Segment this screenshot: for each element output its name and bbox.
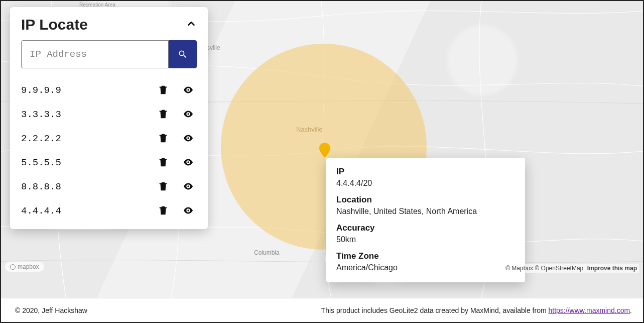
delete-ip-button[interactable] — [158, 109, 169, 121]
improve-map-link[interactable]: Improve this map — [587, 265, 637, 272]
panel-title: IP Locate — [21, 16, 88, 33]
map-label-partial-city: sville — [207, 44, 220, 51]
popup-ip-value: 4.4.4.4/20 — [336, 179, 515, 188]
ip-list-item-address: 4.4.4.4 — [21, 205, 158, 217]
mapbox-logo[interactable]: mapbox — [5, 262, 44, 272]
ip-list-item-address: 3.3.3.3 — [21, 109, 158, 120]
popup-location-label: Location — [336, 195, 515, 205]
view-ip-button[interactable] — [183, 181, 194, 193]
eye-icon — [183, 109, 194, 121]
ip-list-item: 2.2.2.2 — [21, 127, 197, 151]
location-popup: IP 4.4.4.4/20 Location Nashville, United… — [326, 158, 525, 282]
delete-ip-button[interactable] — [158, 84, 169, 97]
view-ip-button[interactable] — [183, 133, 194, 145]
collapse-panel-button[interactable] — [186, 18, 197, 31]
eye-icon — [183, 181, 194, 193]
footer: © 2020, Jeff Hackshaw This product inclu… — [1, 298, 643, 322]
mapbox-logo-text: mapbox — [18, 263, 39, 270]
popup-accuracy-value: 50km — [336, 235, 515, 244]
ip-locate-panel: IP Locate 9.9.9.93.3.3.32.2.2.25.5.5.58.… — [10, 7, 208, 229]
eye-icon — [183, 157, 194, 169]
footer-maxmind-link[interactable]: https://www.maxmind.com — [549, 306, 630, 314]
trash-icon — [158, 109, 169, 121]
footer-geolite: This product includes GeoLite2 data crea… — [321, 306, 632, 314]
attribution-osm[interactable]: © OpenStreetMap — [535, 265, 583, 272]
attribution-mapbox[interactable]: © Mapbox — [505, 265, 533, 272]
eye-icon — [183, 84, 194, 97]
ip-list-item: 8.8.8.8 — [21, 175, 197, 199]
delete-ip-button[interactable] — [158, 157, 169, 169]
ip-list-item-address: 2.2.2.2 — [21, 133, 158, 144]
delete-ip-button[interactable] — [158, 133, 169, 145]
ip-list-item: 3.3.3.3 — [21, 102, 197, 127]
eye-icon — [183, 133, 194, 145]
search-button[interactable] — [169, 40, 197, 68]
ip-list-item-address: 5.5.5.5 — [21, 157, 158, 168]
footer-geolite-prefix: This product includes GeoLite2 data crea… — [321, 306, 549, 314]
popup-location-value: Nashville, United States, North America — [336, 207, 515, 216]
view-ip-button[interactable] — [183, 157, 194, 169]
eye-icon — [183, 205, 194, 218]
trash-icon — [158, 84, 169, 97]
footer-geolite-suffix: . — [630, 306, 632, 314]
view-ip-button[interactable] — [183, 109, 194, 121]
trash-icon — [158, 133, 169, 145]
map-marker[interactable] — [319, 143, 330, 158]
trash-icon — [158, 157, 169, 169]
ip-list-item: 4.4.4.4 — [21, 199, 197, 223]
popup-accuracy-label: Accuracy — [336, 223, 515, 233]
ip-list-item-address: 9.9.9.9 — [21, 85, 158, 96]
popup-ip-label: IP — [336, 167, 515, 177]
ip-list-item: 9.9.9.9 — [21, 78, 197, 102]
chevron-up-icon — [186, 18, 197, 29]
delete-ip-button[interactable] — [158, 181, 169, 193]
search-icon — [178, 49, 188, 59]
ip-address-input[interactable] — [21, 40, 169, 68]
ip-history-list: 9.9.9.93.3.3.32.2.2.25.5.5.58.8.8.84.4.4… — [21, 78, 197, 223]
view-ip-button[interactable] — [183, 205, 194, 218]
footer-copyright: © 2020, Jeff Hackshaw — [15, 306, 87, 314]
ip-list-item-address: 8.8.8.8 — [21, 181, 158, 192]
ip-list-item: 5.5.5.5 — [21, 151, 197, 175]
delete-ip-button[interactable] — [158, 205, 169, 218]
map-label-columbia: Columbia — [254, 249, 280, 256]
trash-icon — [158, 181, 169, 193]
trash-icon — [158, 205, 169, 218]
popup-timezone-value: America/Chicago — [336, 263, 515, 272]
mapbox-logo-icon — [10, 264, 16, 270]
view-ip-button[interactable] — [183, 84, 194, 97]
popup-timezone-label: Time Zone — [336, 251, 515, 261]
map-attribution: © Mapbox © OpenStreetMap Improve this ma… — [503, 264, 639, 273]
